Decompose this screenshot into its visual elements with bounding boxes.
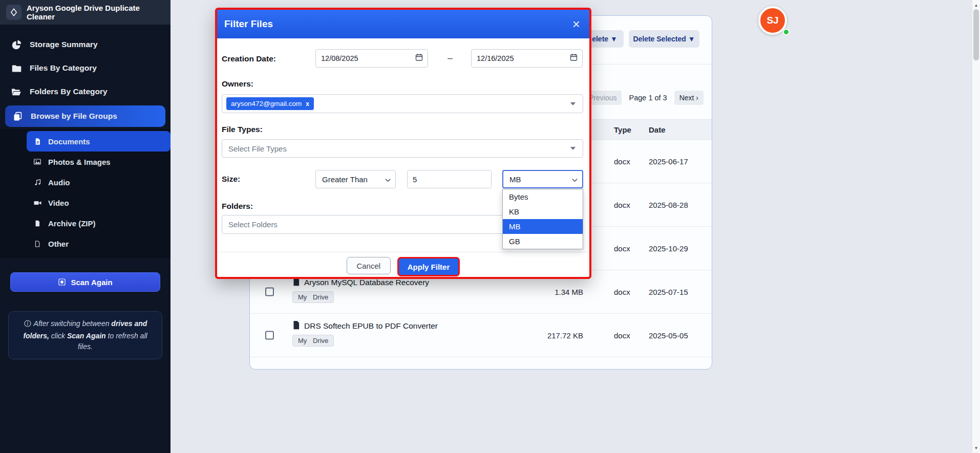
- folder-icon: [10, 63, 23, 74]
- sidebar-item-label: Storage Summary: [30, 40, 98, 49]
- delete-dropdown-button-partial[interactable]: elete ▼: [586, 30, 624, 48]
- app-header: Aryson Google Drive Duplicate Cleaner: [0, 0, 171, 25]
- sidebar-item-archive-zip[interactable]: Archive (ZIP): [0, 213, 171, 233]
- file-types-multiselect[interactable]: Select File Types: [222, 139, 583, 158]
- sidebar-item-label: Folders By Category: [30, 87, 108, 96]
- owner-chip-label: aryson472@gmail.com: [231, 100, 302, 107]
- document-icon: [33, 138, 42, 145]
- size-value-field[interactable]: [407, 170, 492, 188]
- creation-date-from-field[interactable]: [315, 49, 428, 68]
- note-bold: Scan Again: [67, 332, 106, 340]
- row-checkbox[interactable]: [265, 331, 274, 340]
- size-value-input[interactable]: [408, 170, 491, 188]
- unit-option-bytes[interactable]: Bytes: [503, 189, 583, 204]
- file-icon: [292, 320, 300, 332]
- cancel-button[interactable]: Cancel: [347, 257, 391, 274]
- note-text: click: [49, 332, 67, 340]
- file-date: 2025-07-15: [649, 288, 688, 296]
- date-range-separator: –: [445, 49, 455, 68]
- music-note-icon: [33, 179, 42, 186]
- modal-footer: Cancel Apply Filter: [217, 257, 589, 276]
- creation-date-label: Creation Date:: [222, 54, 276, 63]
- file-size: 217.72 KB: [547, 331, 583, 340]
- unit-option-mb[interactable]: MB: [503, 219, 583, 234]
- location-badge: My Drive: [292, 291, 334, 303]
- scroll-down-arrow-icon[interactable]: ▼: [972, 444, 980, 452]
- unit-option-gb[interactable]: GB: [503, 234, 583, 249]
- scrollbar-thumb[interactable]: [973, 9, 979, 60]
- pagination: ‹ Previous Page 1 of 3 Next ›: [579, 90, 704, 105]
- size-unit-select[interactable]: MB: [502, 170, 583, 188]
- sidebar-item-browse-by-file-groups[interactable]: Browse by File Groups: [5, 105, 165, 127]
- creation-date-to-field[interactable]: [471, 49, 583, 68]
- chevron-down-icon: [572, 175, 578, 184]
- chevron-down-icon: [385, 175, 391, 184]
- file-date: 2025-06-17: [649, 157, 688, 166]
- sidebar-item-label: Browse by File Groups: [31, 112, 117, 121]
- unit-option-kb[interactable]: KB: [503, 204, 583, 219]
- file-size: 1.34 MB: [555, 288, 583, 296]
- next-page-button[interactable]: Next ›: [674, 91, 704, 105]
- filter-files-modal: Filter Files × Creation Date: – Owners: …: [215, 8, 591, 279]
- size-label: Size:: [222, 175, 240, 184]
- row-checkbox[interactable]: [265, 288, 274, 296]
- modal-header: Filter Files ×: [217, 10, 589, 38]
- file-types-label: File Types:: [222, 125, 263, 134]
- calendar-icon[interactable]: [415, 54, 423, 63]
- online-status-dot: [783, 29, 790, 35]
- file-date: 2025-10-29: [649, 244, 688, 253]
- size-operator-select[interactable]: Greater Than: [315, 170, 396, 188]
- sidebar-item-documents[interactable]: Documents: [27, 131, 171, 152]
- sidebar-item-files-by-category[interactable]: Files By Category: [0, 56, 171, 80]
- sidebar-item-folders-by-category[interactable]: Folders By Category: [0, 80, 171, 103]
- size-operator-value: Greater Than: [322, 175, 368, 184]
- file-type: docx: [614, 201, 630, 209]
- sidebar-subnav: Documents Photos & Images Audio: [0, 129, 171, 258]
- location-badge: My Drive: [292, 335, 334, 347]
- scan-icon: [58, 278, 66, 286]
- calendar-icon[interactable]: [570, 54, 578, 63]
- user-avatar[interactable]: SJ: [758, 6, 791, 37]
- date-from-input[interactable]: [316, 50, 428, 67]
- chevron-down-icon: [570, 147, 576, 150]
- file-icon: [33, 240, 42, 248]
- date-to-input[interactable]: [472, 50, 582, 67]
- file-name: Aryson MySQL Database Recovery: [304, 278, 429, 287]
- delete-selected-button[interactable]: Delete Selected ▼: [629, 30, 699, 48]
- sidebar-item-video[interactable]: Video: [0, 192, 171, 213]
- page-info: Page 1 of 3: [629, 94, 667, 102]
- column-header-date: Date: [649, 120, 666, 140]
- note-text: After switching between: [34, 319, 112, 328]
- scroll-up-arrow-icon[interactable]: ▲: [972, 1, 980, 9]
- folders-placeholder: Select Folders: [226, 220, 278, 229]
- info-icon: [24, 319, 32, 331]
- owner-chip: aryson472@gmail.com x: [226, 97, 314, 110]
- scan-again-button[interactable]: Scan Again: [10, 272, 160, 292]
- file-date: 2025-05-05: [649, 331, 688, 340]
- app-logo-icon: [6, 5, 22, 20]
- chip-remove-icon[interactable]: x: [306, 100, 309, 107]
- sidebar-item-label: Photos & Images: [48, 158, 111, 166]
- vertical-scrollbar[interactable]: ▲ ▼: [972, 0, 980, 453]
- sidebar-item-other[interactable]: Other: [0, 233, 171, 254]
- file-type: docx: [614, 244, 630, 253]
- folders-label: Folders:: [222, 202, 253, 211]
- pie-chart-icon: [10, 39, 23, 50]
- sidebar-item-audio[interactable]: Audio: [0, 172, 171, 192]
- chevron-down-icon: [570, 102, 576, 105]
- modal-title: Filter Files: [224, 18, 273, 30]
- video-camera-icon: [33, 199, 42, 207]
- apply-filter-button[interactable]: Apply Filter: [397, 257, 460, 276]
- file-name: DRS Softech EPUB to PDF Converter: [304, 321, 438, 331]
- sidebar-nav: Storage Summary Files By Category Folder…: [0, 25, 171, 258]
- sidebar-item-label: Video: [48, 199, 69, 207]
- sidebar-item-photos-images[interactable]: Photos & Images: [0, 152, 171, 172]
- size-unit-dropdown-menu: Bytes KB MB GB: [502, 189, 583, 249]
- table-row: DRS Softech EPUB to PDF Converter My Dri…: [250, 314, 712, 357]
- modal-footer-divider: [217, 252, 589, 252]
- owners-multiselect[interactable]: aryson472@gmail.com x: [222, 94, 583, 113]
- sidebar-item-storage-summary[interactable]: Storage Summary: [0, 33, 171, 56]
- close-icon[interactable]: ×: [572, 17, 580, 31]
- image-icon: [33, 158, 42, 166]
- folder-open-icon: [10, 86, 23, 97]
